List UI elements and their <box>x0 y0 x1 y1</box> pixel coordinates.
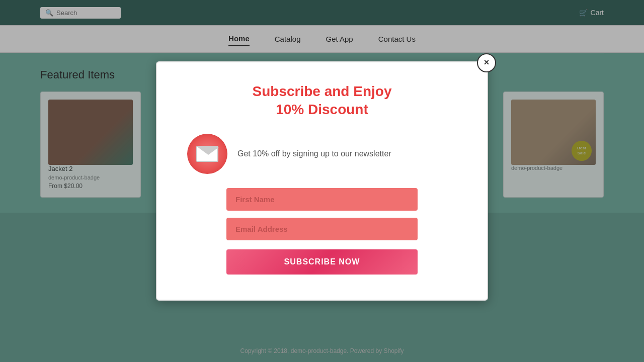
first-name-input[interactable] <box>226 188 418 211</box>
modal-title: Subscribe and Enjoy 10% Discount <box>187 82 457 119</box>
modal: × Subscribe and Enjoy 10% Discount Get 1… <box>156 61 488 301</box>
modal-title-line2: 10% Discount <box>276 102 368 117</box>
subscribe-button[interactable]: SUBSCRIBE NOW <box>226 249 418 275</box>
modal-body: Get 10% off by signing up to our newslet… <box>187 134 457 174</box>
modal-close-button[interactable]: × <box>477 53 496 72</box>
modal-title-line1: Subscribe and Enjoy <box>253 83 392 99</box>
mail-icon-container <box>187 134 227 174</box>
mail-icon <box>196 146 218 162</box>
modal-overlay: × Subscribe and Enjoy 10% Discount Get 1… <box>0 0 644 362</box>
modal-description: Get 10% off by signing up to our newslet… <box>237 148 391 160</box>
email-input[interactable] <box>226 218 418 240</box>
modal-form: SUBSCRIBE NOW <box>187 188 457 275</box>
